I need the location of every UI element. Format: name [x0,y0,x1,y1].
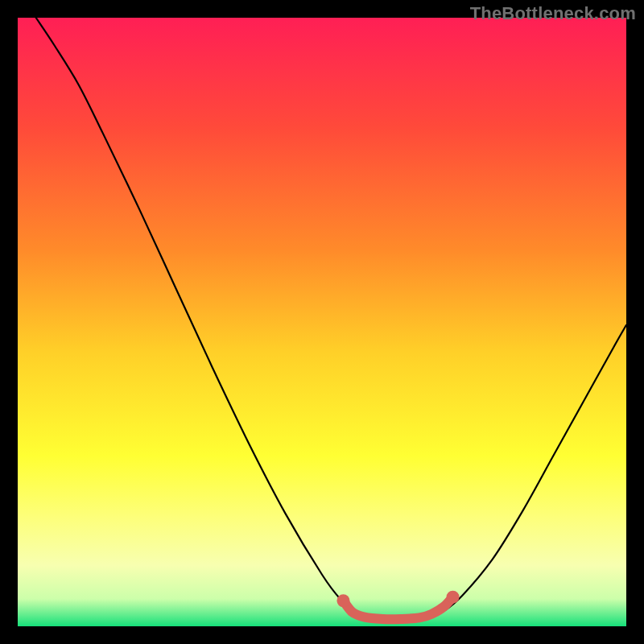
chart-background [18,18,626,626]
svg-point-0 [336,594,349,607]
chart-area [18,18,626,626]
bottleneck-chart [18,18,626,626]
watermark-text: TheBottleneck.com [470,3,636,24]
svg-point-1 [447,591,460,604]
